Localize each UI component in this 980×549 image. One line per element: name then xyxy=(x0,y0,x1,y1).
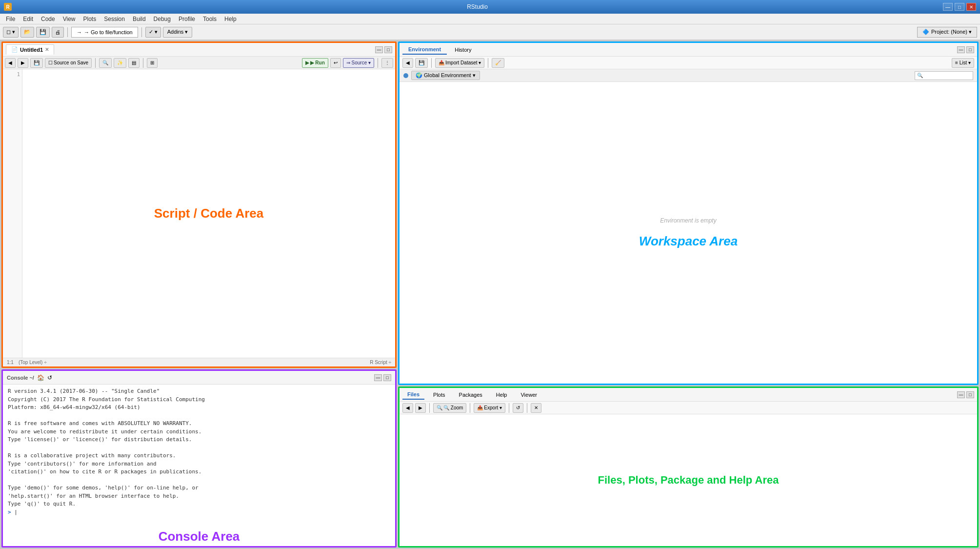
workspace-minimize-button[interactable]: — xyxy=(957,46,965,53)
help-tab[interactable]: Help xyxy=(491,390,512,399)
print-button[interactable]: 🖨 xyxy=(52,27,64,38)
script-toolbar: ◀ ▶ 💾 ☐ Source on Save 🔍 ✨ ▤ ⊞ ▶ ▶ Run xyxy=(3,57,395,69)
zoom-btn[interactable]: 🔍 🔍 Zoom xyxy=(433,403,466,413)
new-file-dropdown[interactable]: ▾ xyxy=(12,29,15,35)
console-prompt-line[interactable]: > | xyxy=(8,508,390,517)
environment-tab-label: Environment xyxy=(408,46,441,52)
menu-edit[interactable]: Edit xyxy=(19,15,37,23)
source-arrow-btn[interactable]: ↩ xyxy=(330,58,341,68)
script-magic-btn[interactable]: ✨ xyxy=(114,58,126,68)
script-source-on-save[interactable]: ☐ Source on Save xyxy=(45,58,92,68)
open-file-button[interactable]: 📂 xyxy=(20,27,34,38)
console-maximize-button[interactable]: □ xyxy=(383,374,391,381)
script-tab-close[interactable]: ✕ xyxy=(45,47,49,52)
files-separator-4 xyxy=(527,403,527,413)
code-level: (Top Level) ÷ xyxy=(19,360,47,365)
files-forward-btn[interactable]: ▶ xyxy=(415,403,426,413)
packages-tab[interactable]: Packages xyxy=(454,390,487,399)
addins-button[interactable]: Addins ▾ xyxy=(163,27,193,38)
zoom-icon: 🔍 xyxy=(437,405,442,410)
maximize-button[interactable]: □ xyxy=(955,3,964,11)
plots-tab[interactable]: Plots xyxy=(428,390,450,399)
new-file-button[interactable]: ◻ ▾ xyxy=(3,27,19,38)
files-minimize-button[interactable]: — xyxy=(957,391,965,398)
files-clear-btn[interactable]: ✕ xyxy=(531,403,541,413)
script-tab-header: 📄 Untitled1 ✕ — □ xyxy=(3,43,395,57)
minimize-button[interactable]: — xyxy=(943,3,953,11)
script-forward-button[interactable]: ▶ xyxy=(18,58,28,68)
menu-plots[interactable]: Plots xyxy=(80,15,100,23)
script-layout-btn[interactable]: ▤ xyxy=(128,58,140,68)
files-panel: Files Plots Packages Help Viewer — □ xyxy=(398,386,979,548)
env-save-btn[interactable]: 💾 xyxy=(415,58,428,68)
run-icon: ▶ xyxy=(305,60,309,65)
run-label: ▶ Run xyxy=(310,60,325,65)
menu-profile[interactable]: Profile xyxy=(175,15,199,23)
export-btn[interactable]: 📤 Export ▾ xyxy=(474,403,505,413)
script-extra-btn[interactable]: ⋮ xyxy=(381,58,393,68)
script-search-btn[interactable]: 🔍 xyxy=(99,58,112,68)
close-button[interactable]: ✕ xyxy=(966,3,976,11)
script-save-btn[interactable]: 💾 xyxy=(30,58,43,68)
script-panel-controls: — □ xyxy=(375,46,392,53)
console-minimize-button[interactable]: — xyxy=(374,374,382,381)
export-icon: 📤 xyxy=(477,405,483,410)
console-line-9: R is a collaborative project with many c… xyxy=(8,452,390,460)
help-tab-label: Help xyxy=(496,392,507,398)
workspace-maximize-button[interactable]: □ xyxy=(966,46,974,53)
console-line-12 xyxy=(8,476,390,485)
script-misc-btn[interactable]: ⊞ xyxy=(147,58,158,68)
packages-tab-label: Packages xyxy=(459,392,482,398)
menu-build[interactable]: Build xyxy=(129,15,150,23)
toolbar-separator-1 xyxy=(67,27,68,37)
console-prompt-char: > xyxy=(8,509,14,515)
menu-debug[interactable]: Debug xyxy=(150,15,175,23)
history-tab[interactable]: History xyxy=(449,45,477,54)
toolbar-separator-2 xyxy=(141,27,142,37)
console-line-4 xyxy=(8,412,390,420)
env-list-btn[interactable]: ≡ List ▾ xyxy=(952,58,974,68)
check-dropdown[interactable]: ▾ xyxy=(155,29,158,35)
files-back-btn[interactable]: ◀ xyxy=(402,403,413,413)
env-search-input[interactable] xyxy=(915,71,973,80)
check-button[interactable]: ✓ ▾ xyxy=(145,27,161,38)
run-button[interactable]: ▶ ▶ Run xyxy=(302,58,328,68)
menu-tools[interactable]: Tools xyxy=(199,15,220,23)
env-clear-btn[interactable]: 🧹 xyxy=(492,58,504,68)
menu-view[interactable]: View xyxy=(59,15,80,23)
source-button[interactable]: ⇒ Source ▾ xyxy=(343,58,374,68)
environment-tab[interactable]: Environment xyxy=(402,45,447,55)
zoom-label: 🔍 Zoom xyxy=(443,405,463,410)
menu-session[interactable]: Session xyxy=(100,15,129,23)
source-on-save-label: Source on Save xyxy=(54,60,88,65)
env-back-btn[interactable]: ◀ xyxy=(402,58,413,68)
script-tab[interactable]: 📄 Untitled1 ✕ xyxy=(6,44,54,55)
console-home-icon: 🏠 xyxy=(37,374,44,381)
import-dataset-btn[interactable]: 📥 Import Dataset ▾ xyxy=(435,58,484,68)
files-maximize-button[interactable]: □ xyxy=(966,391,974,398)
menu-code[interactable]: Code xyxy=(37,15,59,23)
menu-help[interactable]: Help xyxy=(220,15,240,23)
window-controls: — □ ✕ xyxy=(943,3,976,11)
script-back-button[interactable]: ◀ xyxy=(5,58,16,68)
console-line-7: Type 'license()' or 'licence()' for dist… xyxy=(8,436,390,444)
menu-file[interactable]: File xyxy=(2,15,19,23)
viewer-tab-label: Viewer xyxy=(520,392,537,398)
script-minimize-button[interactable]: — xyxy=(375,46,383,53)
project-selector[interactable]: 🔷 Project: (None) ▾ xyxy=(917,27,977,38)
global-env-button[interactable]: 🌍 Global Environment ▾ xyxy=(411,71,480,80)
files-refresh-btn[interactable]: ↺ xyxy=(513,403,523,413)
goto-function-button[interactable]: → → Go to file/function xyxy=(71,27,138,38)
script-maximize-button[interactable]: □ xyxy=(384,46,392,53)
viewer-tab[interactable]: Viewer xyxy=(516,390,541,399)
import-icon: 📥 xyxy=(439,60,444,65)
save-icon: 💾 xyxy=(40,29,46,35)
addins-label: Addins ▾ xyxy=(167,29,188,35)
menu-bar: File Edit Code View Plots Session Build … xyxy=(0,14,980,24)
code-editor-area: 1 Script / Code Area xyxy=(3,69,395,358)
save-button[interactable]: 💾 xyxy=(36,27,50,38)
files-tab[interactable]: Files xyxy=(402,390,424,400)
files-center-label: Files, Plots, Package and Help Area xyxy=(598,474,779,487)
new-file-icon: ◻ xyxy=(6,29,11,35)
title-bar: R RStudio — □ ✕ xyxy=(0,0,980,14)
